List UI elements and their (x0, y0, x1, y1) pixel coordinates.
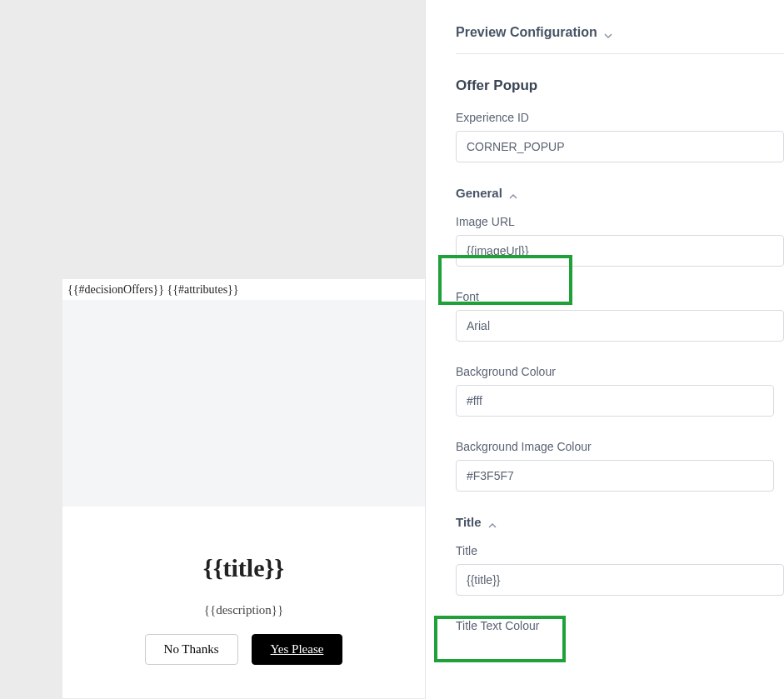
chevron-up-icon (509, 189, 517, 197)
title-section-label: Title (456, 515, 482, 529)
configuration-panel: Preview Configuration Offer Popup Experi… (425, 0, 784, 699)
general-section-label: General (456, 186, 502, 200)
experience-id-input[interactable] (456, 131, 784, 162)
general-section-header[interactable]: General (456, 186, 784, 200)
experience-id-group: Experience ID (456, 111, 784, 162)
preview-card: {{#decisionOffers}} {{#attributes}} {{ti… (62, 279, 425, 698)
chevron-down-icon (604, 28, 612, 37)
background-colour-input[interactable] (456, 385, 774, 417)
preview-image-area (62, 300, 425, 507)
title-label: Title (456, 544, 784, 557)
background-image-colour-label: Background Image Colour (456, 440, 784, 453)
background-colour-label: Background Colour (456, 365, 784, 378)
background-colour-group: Background Colour (456, 365, 784, 417)
font-group: Font (456, 290, 784, 342)
experience-id-label: Experience ID (456, 111, 784, 124)
template-header-text: {{#decisionOffers}} {{#attributes}} (62, 279, 425, 300)
title-input[interactable] (456, 564, 784, 596)
image-url-label: Image URL (456, 215, 784, 228)
title-section-header[interactable]: Title (456, 515, 784, 529)
preview-panel: {{#decisionOffers}} {{#attributes}} {{ti… (0, 0, 425, 699)
preview-title: {{title}} (62, 554, 425, 582)
offer-popup-title: Offer Popup (456, 77, 784, 94)
title-group: Title (456, 544, 784, 596)
preview-buttons: No Thanks Yes Please (62, 634, 425, 698)
image-url-group: Image URL (456, 215, 784, 267)
preview-configuration-header[interactable]: Preview Configuration (456, 25, 784, 53)
no-thanks-button[interactable]: No Thanks (145, 634, 238, 665)
title-text-colour-label: Title Text Colour (456, 619, 784, 632)
background-image-colour-group: Background Image Colour (456, 440, 784, 492)
title-text-colour-group: Title Text Colour (456, 619, 784, 632)
font-label: Font (456, 290, 784, 303)
preview-description: {{description}} (62, 603, 425, 617)
yes-please-button[interactable]: Yes Please (252, 634, 343, 665)
background-image-colour-input[interactable] (456, 460, 774, 492)
preview-configuration-label: Preview Configuration (456, 25, 597, 40)
divider (456, 53, 784, 54)
chevron-up-icon (488, 518, 497, 527)
image-url-input[interactable] (456, 235, 784, 267)
font-input[interactable] (456, 310, 784, 342)
